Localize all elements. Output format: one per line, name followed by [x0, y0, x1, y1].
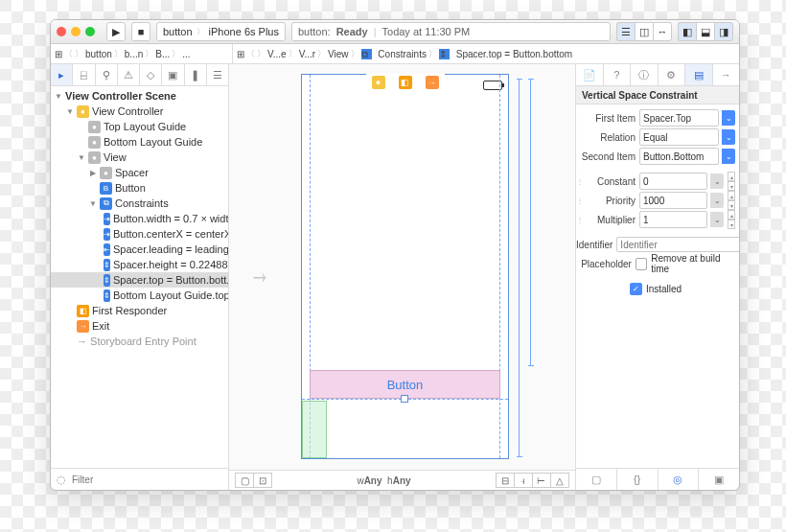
code-snippet-icon[interactable]: {} — [617, 469, 659, 490]
priority-field[interactable]: 1000 — [639, 192, 707, 209]
grip-icon[interactable]: ⋮ — [576, 197, 580, 205]
second-item-field[interactable]: Button.Bottom — [639, 148, 719, 165]
library-tabs: ▢ {} ◎ ▣ — [576, 468, 739, 490]
relation-field[interactable]: Equal — [639, 128, 719, 146]
file-template-icon[interactable]: ▢ — [576, 469, 617, 490]
stop-button[interactable]: ■ — [131, 22, 150, 41]
scheme-selector[interactable]: button 〉 iPhone 6s Plus — [156, 22, 286, 41]
first-responder-icon[interactable]: ◧ — [399, 76, 412, 89]
stepper[interactable]: ▴▾ — [728, 191, 735, 210]
minimize-icon[interactable] — [71, 27, 81, 36]
scene-view[interactable]: ● ◧ → Button — [301, 74, 509, 459]
media-library-icon[interactable]: ▣ — [699, 469, 739, 490]
run-button[interactable]: ▶ — [106, 22, 126, 41]
multiplier-field[interactable]: 1 — [639, 211, 707, 228]
close-icon[interactable] — [57, 27, 66, 36]
stepper[interactable]: ▴▾ — [728, 210, 735, 229]
left-panel-icon[interactable]: ◧ — [678, 22, 696, 41]
constant-field[interactable]: 0 — [639, 173, 707, 190]
outline-row[interactable]: ⇕Spacer.height = 0.22488... — [51, 257, 228, 272]
outline-row[interactable]: →Exit — [51, 318, 228, 334]
zoom-icon[interactable]: ⊡ — [253, 473, 272, 488]
outline-row[interactable]: ▼●View Controller — [51, 104, 228, 119]
identity-inspector-icon[interactable]: ⓘ — [631, 64, 659, 85]
jump-bar-navigator[interactable]: ⊞ 〈〉 button〉 b...n〉 B...〉 ... — [51, 44, 233, 63]
symbol-nav-icon[interactable]: ⌸ — [73, 64, 95, 85]
first-item-field[interactable]: Spacer.Top — [639, 109, 719, 127]
disclosure-icon[interactable]: ▼ — [78, 153, 85, 162]
installed-checkbox[interactable]: ✓ — [630, 283, 642, 295]
row-label: Spacer — [115, 167, 149, 178]
outline-row[interactable]: ▼●View — [51, 150, 228, 165]
object-library-icon[interactable]: ◎ — [659, 469, 700, 490]
version-editor-icon[interactable]: ↔ — [653, 22, 672, 41]
resolve-icon[interactable]: △ — [550, 473, 569, 488]
find-nav-icon[interactable]: ⚲ — [96, 64, 118, 85]
size-inspector-icon[interactable]: ▤ — [685, 64, 713, 85]
row-label: Bottom Layout Guide — [104, 136, 202, 148]
vc-icon[interactable]: ● — [372, 76, 385, 89]
project-nav-icon[interactable]: ▸ — [51, 64, 73, 85]
navigator-tabs: ▸ ⌸ ⚲ ⚠ ◇ ▣ ❚ ☰ — [51, 64, 228, 86]
outline-row[interactable]: ⇥Button.width = 0.7 × width — [51, 211, 228, 226]
assistant-editor-icon[interactable]: ◫ — [635, 22, 653, 41]
attributes-inspector-icon[interactable]: ⚙ — [659, 64, 686, 85]
dropdown-icon[interactable]: ⌄ — [710, 212, 724, 227]
disclosure-icon[interactable]: ▼ — [55, 92, 62, 101]
dropdown-icon[interactable]: ⌄ — [722, 149, 735, 164]
panel-toggle-segment[interactable]: ◧ ⬓ ◨ — [678, 22, 733, 41]
spacer-view[interactable] — [302, 401, 327, 458]
test-nav-icon[interactable]: ◇ — [140, 64, 162, 85]
dropdown-icon[interactable]: ⌄ — [722, 110, 735, 126]
bottom-panel-icon[interactable]: ⬓ — [696, 22, 714, 41]
outline-row[interactable]: ▶●Spacer — [51, 165, 228, 180]
dropdown-icon[interactable]: ⌄ — [710, 193, 724, 208]
exit-icon[interactable]: → — [426, 76, 439, 89]
disclosure-icon[interactable]: ▼ — [89, 199, 97, 208]
outline-row[interactable]: ⇕Bottom Layout Guide.top... — [51, 288, 228, 303]
outline-row[interactable]: ⇤Spacer.leading = leading — [51, 242, 228, 257]
outline-row[interactable]: ⇥Button.centerX = centerX — [51, 226, 228, 242]
disclosure-icon[interactable]: ▼ — [66, 107, 74, 116]
remove-build-checkbox[interactable] — [636, 258, 647, 270]
outline-row[interactable]: ⇕Spacer.top = Button.bott... — [51, 272, 228, 288]
canvas-body[interactable]: → ● ◧ → Button — [229, 64, 575, 470]
standard-editor-icon[interactable]: ☰ — [616, 22, 635, 41]
align-icon[interactable]: ⫞ — [514, 473, 532, 488]
editor-mode-segment[interactable]: ☰ ◫ ↔ — [616, 22, 672, 41]
help-inspector-icon[interactable]: ? — [604, 64, 632, 85]
resize-handle[interactable] — [401, 395, 408, 403]
outline-row[interactable]: ◧First Responder — [51, 303, 228, 318]
stepper[interactable]: ▴▾ — [728, 172, 735, 191]
outline-row[interactable]: → Storyboard Entry Point — [51, 334, 228, 349]
report-nav-icon[interactable]: ☰ — [207, 64, 228, 85]
outline-row[interactable]: ●Top Layout Guide — [51, 119, 228, 134]
grip-icon[interactable]: ⋮ — [576, 216, 580, 224]
document-outline[interactable]: ▼View Controller Scene▼●View Controller●… — [51, 86, 228, 468]
row-icon: ⇕ — [104, 259, 110, 271]
play-icon: ▶ — [112, 26, 120, 38]
row-label: → Storyboard Entry Point — [77, 335, 196, 347]
pin-icon[interactable]: ⊢ — [532, 473, 550, 488]
connections-inspector-icon[interactable]: → — [713, 64, 740, 85]
size-class-control[interactable]: wAny hAny — [357, 475, 410, 486]
file-inspector-icon[interactable]: 📄 — [576, 64, 604, 85]
filter-input[interactable] — [70, 474, 222, 486]
breakpoint-nav-icon[interactable]: ❚ — [185, 64, 207, 85]
outline-row[interactable]: ●Bottom Layout Guide — [51, 134, 228, 150]
zoom-icon[interactable] — [85, 27, 95, 36]
dropdown-icon[interactable]: ⌄ — [722, 129, 735, 145]
jump-bar-editor[interactable]: ⊞ 〈〉 V...e〉 V...r〉 View〉 ⧉ Constraints〉 … — [233, 44, 739, 63]
dropdown-icon[interactable]: ⌄ — [710, 173, 724, 189]
right-panel-icon[interactable]: ◨ — [714, 22, 733, 41]
outline-row[interactable]: ▼View Controller Scene — [51, 88, 228, 104]
disclosure-icon[interactable]: ▶ — [89, 169, 97, 177]
issue-nav-icon[interactable]: ⚠ — [118, 64, 140, 85]
grip-icon[interactable]: ⋮ — [576, 177, 580, 186]
outline-row[interactable]: BButton — [51, 180, 228, 196]
identifier-field[interactable] — [616, 237, 739, 252]
stack-icon[interactable]: ⊟ — [496, 473, 514, 488]
outline-row[interactable]: ▼⧉Constraints — [51, 196, 228, 211]
outline-toggle-icon[interactable]: ▢ — [235, 473, 253, 488]
debug-nav-icon[interactable]: ▣ — [162, 64, 184, 85]
